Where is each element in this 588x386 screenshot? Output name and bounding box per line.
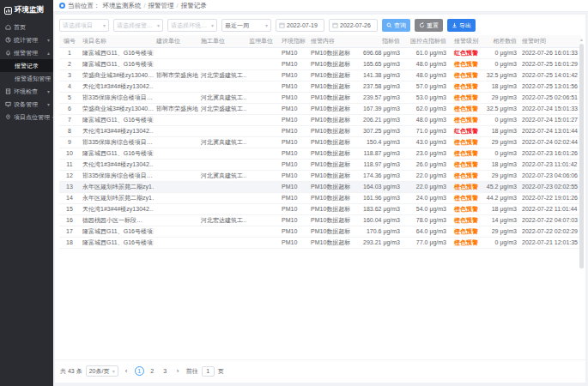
cell-build-unit [154, 159, 198, 170]
cell-project-name: 荣盛商业城3#楼zy13040… [80, 103, 154, 114]
sidebar-item-home[interactable]: 首页 [0, 21, 53, 33]
column-header: 编号 [59, 35, 80, 47]
table-row[interactable]: 8天伦湾1#3#4#楼zy13042…PM10PM10数据超标307.25 μg… [59, 125, 581, 136]
table-row[interactable]: 13永年区规划纬景苑二期zy1…PM10PM10数据超标164.03 μg/m3… [59, 181, 581, 192]
date-range-select[interactable]: 最近一周 ▾ [221, 19, 271, 32]
cell-project-name: 邯335保障房综合楼项目… [80, 170, 154, 181]
table-row[interactable]: 7隆富城西G11、G16号楼项目PM10PM10数据超标206.21 μg/m3… [59, 114, 581, 125]
breadcrumb-item-alarm-management[interactable]: 报警管理 [149, 2, 174, 10]
table-row[interactable]: 12邯335保障房综合楼项目…河北冀真建筑工…PM10PM10数据超标174.3… [59, 170, 581, 181]
export-button[interactable]: 导出 [447, 19, 476, 32]
end-date-value: 2022-07-26 [340, 22, 371, 28]
cell-project-name: 荣盛商业城3#楼zy13040… [80, 69, 154, 81]
table-row[interactable]: 14永年区规划纬景苑二期zy1…PM10PM10数据超标161.96 μg/m3… [59, 192, 581, 203]
cell-project-name: 天伦湾1#3#4#楼zy13042… [80, 81, 154, 92]
prev-page-button[interactable]: ‹ [122, 366, 131, 376]
table-row[interactable]: 6荣盛商业城3#楼zy13040…邯郸市荣盛房地产…河北荣盛建筑工…PM10PM… [59, 103, 581, 114]
scrollbar-thumb[interactable] [579, 44, 584, 268]
cell-build-unit [154, 92, 198, 103]
cell-national-value: 53.0 μg/m3 [403, 92, 449, 103]
table-row[interactable]: 1隆富城西G11、G16号楼项目PM10PM10数据超标696.68 μg/m3… [59, 47, 581, 58]
start-date-input[interactable]: 2022-07-19 [276, 19, 324, 32]
cell-build-unit [154, 58, 198, 69]
table-row[interactable]: 18隆富城西G11、G16号楼项目PM10PM10数据超标293.21 μg/m… [59, 237, 581, 248]
cell-indicator-value: 165.65 μg/m3 [358, 58, 403, 69]
table-row[interactable]: 17隆富城西G11、G16号楼项目PM10PM10数据超标170.6 μg/m3… [59, 226, 581, 237]
table-row[interactable]: 3荣盛商业城3#楼zy13040…邯郸市荣盛房地产…河北荣盛建筑工…PM10PM… [59, 69, 581, 81]
sidebar-subitem-alarm-notify[interactable]: 报警通知管理 [0, 72, 53, 85]
cell-alarm-time: 2022-07-23 16:01:26 [519, 148, 581, 159]
indicator-placeholder: 请选择环境指标 [171, 21, 209, 30]
column-header: 项目名称 [80, 35, 154, 47]
sidebar-item-label: 报警管理 [14, 49, 38, 57]
page-button-2[interactable]: 2 [148, 366, 157, 376]
table-row[interactable]: 4天伦湾1#3#4#楼zy13042…PM10PM10数据超标237.58 μg… [59, 81, 581, 92]
cell-alarm-level: 橙色预警 [449, 181, 483, 192]
cell-build-unit [154, 214, 198, 226]
scroll-up-icon[interactable]: ▲ [579, 37, 584, 42]
cell-alarm-content: PM10数据超标 [308, 192, 358, 203]
cell-diff-value: 29 μg/m3 [483, 226, 519, 237]
cell-build-unit [154, 192, 198, 203]
column-header: 指标值 [358, 35, 403, 47]
page-button-1[interactable]: 1 [135, 366, 144, 376]
sidebar-item-statistics[interactable]: 统计管理 ▾ [0, 33, 53, 46]
cell-indicator: PM10 [279, 237, 308, 248]
calendar-icon [332, 22, 338, 28]
table-row[interactable]: 16德园桃园小区一标段…河北宏达建筑工…PM10PM10数据超标160.04 μ… [59, 214, 581, 226]
alarm-table-container: 编号项目名称建设单位施工单位监理单位环境指标报警内容指标值国控点指标值报警级别相… [55, 35, 585, 359]
cell-alarm-level: 橙色预警 [449, 92, 483, 103]
cell-indicator-value: 174.36 μg/m3 [358, 170, 403, 181]
table-row[interactable]: 9邯335保障房综合楼项目…河北冀真建筑工…PM10PM10数据超标150.4 … [59, 136, 581, 148]
filter-bar: 请选择项目 ▾ 请选择报警级别 ▾ 请选择环境指标 ▾ 最近一周 ▾ 20 [55, 15, 585, 35]
cell-alarm-content: PM10数据超标 [308, 214, 358, 226]
table-row[interactable]: 15天伦湾1#3#4#楼zy13042…PM10PM10数据超标183.62 μ… [59, 203, 581, 214]
cell-alarm-time: 2022-07-24 02:02:44 [519, 136, 581, 148]
search-button-label: 查询 [394, 21, 406, 30]
project-select-placeholder: 请选择项目 [63, 21, 93, 30]
table-row[interactable]: 2隆富城西G11、G16号楼项目PM10PM10数据超标165.65 μg/m3… [59, 58, 581, 69]
pagination: 共 43 条 20条/页 ▾ ‹ 1 2 3 › 前往 页 [55, 359, 585, 383]
next-page-button[interactable]: › [173, 366, 183, 376]
cell-supervise-unit [246, 58, 279, 69]
location-target-icon [59, 3, 65, 9]
cell-indicator-value: 170.6 μg/m3 [358, 226, 403, 237]
breadcrumb-item-system[interactable]: 环境监测系统 [103, 2, 142, 10]
project-select[interactable]: 请选择项目 ▾ [59, 19, 109, 32]
indicator-select[interactable]: 请选择环境指标 ▾ [167, 19, 217, 32]
cell-build-unit [154, 226, 198, 237]
sidebar-item-device-management[interactable]: 设备管理 ▾ [0, 98, 53, 111]
sidebar-subitem-alarm-records[interactable]: 报警记录 [0, 59, 53, 72]
cell-diff-value: 29 μg/m3 [483, 92, 519, 103]
breadcrumb: 当前位置： 环境监测系统 / 报警管理 / 报警记录 [53, 0, 588, 12]
end-date-input[interactable]: 2022-07-26 [329, 19, 378, 32]
goto-page-input[interactable] [202, 366, 215, 377]
page-size-select[interactable]: 20条/页 ▾ [86, 365, 118, 377]
download-icon [452, 22, 458, 28]
sidebar-item-alarm-management[interactable]: 报警管理 ▴ [0, 46, 53, 59]
alarm-level-select[interactable]: 请选择报警级别 ▾ [113, 19, 163, 32]
table-row[interactable]: 10隆富城西G11、G16号楼项目PM10PM10数据超标118.87 μg/m… [59, 148, 581, 159]
cell-diff-value: 32.5 μg/m3 [483, 103, 519, 114]
cell-alarm-level: 橙色预警 [449, 170, 483, 181]
cell-supervise-unit [246, 69, 279, 81]
app-title: 环境监测 [15, 5, 44, 15]
search-button[interactable]: 查询 [382, 19, 410, 32]
cell-number: 11 [59, 159, 80, 170]
sidebar-item-project-points[interactable]: 项目点位管理 ▾ [0, 111, 53, 124]
cell-construct-unit [198, 58, 246, 69]
table-row[interactable]: 5邯335保障房综合楼项目…河北冀真建筑工…PM10PM10数据超标239.57… [59, 92, 581, 103]
sidebar-item-env-inspection[interactable]: 环境检查 ▾ [0, 85, 53, 98]
cell-indicator-value: 307.25 μg/m3 [358, 125, 403, 136]
table-scrollbar[interactable]: ▲ [579, 37, 584, 324]
reset-button[interactable]: 重置 [415, 19, 443, 32]
cell-number: 6 [59, 103, 80, 114]
page-button-3[interactable]: 3 [161, 366, 170, 376]
cell-national-value: 77.0 μg/m3 [403, 237, 449, 248]
cell-alarm-time: 2022-07-23 02:02:55 [519, 181, 581, 192]
chevron-down-icon: ▾ [157, 22, 160, 28]
cell-build-unit [154, 203, 198, 214]
cell-indicator: PM10 [279, 159, 308, 170]
cell-national-value: 24.0 μg/m3 [403, 192, 449, 203]
table-row[interactable]: 11天伦湾1#3#4#楼zy13042…PM10PM10数据超标118.97 μ… [59, 159, 581, 170]
